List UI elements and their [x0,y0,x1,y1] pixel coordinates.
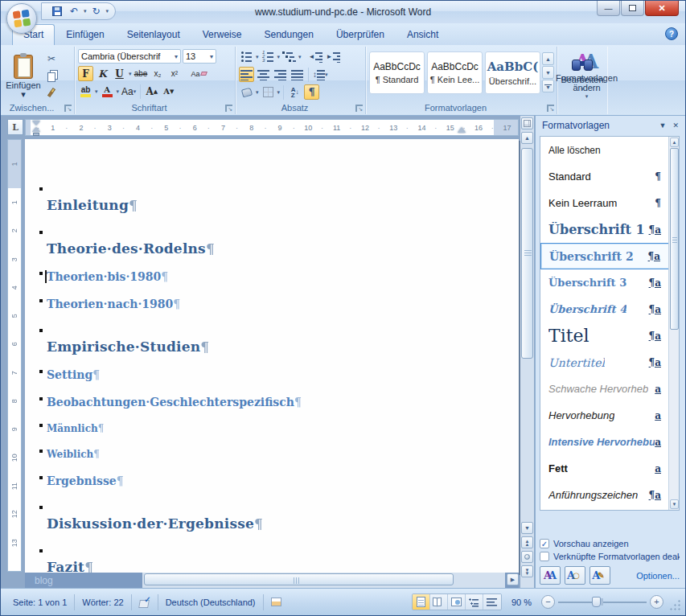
numbering-dropdown[interactable]: ▾ [277,55,281,60]
language-status[interactable]: Deutsch (Deutschland) [158,594,264,610]
undo-dropdown[interactable]: ▾ [84,9,87,14]
page-count-status[interactable]: Seite: 1 von 1 [6,594,75,610]
doc-heading-2[interactable]: Ergebnisse¶ [47,474,503,488]
style-item-kein-leerraum[interactable]: Kein Leerraum¶ [540,190,679,216]
style-item-titel[interactable]: Titel¶a [540,322,679,349]
doc-heading-2[interactable]: Theorien·nach·1980¶ [47,298,503,311]
bold-button[interactable]: F [78,66,93,81]
align-left-button[interactable] [239,67,254,82]
style-item-clear-all[interactable]: Alle löschen [540,137,679,163]
highlight-button[interactable]: ab [78,84,93,99]
numbering-button[interactable]: 1 2 3 [261,49,276,64]
office-button[interactable] [6,3,37,34]
doc-heading-3[interactable]: Männlich¶ [47,423,503,435]
line-spacing-button[interactable]: ↕ ▾ [312,67,329,82]
doc-heading-2[interactable]: Setting¶ [47,368,503,382]
restore-button[interactable] [621,1,644,16]
align-right-button[interactable] [273,67,288,82]
justify-button[interactable] [290,67,305,82]
zoom-level[interactable]: 90 % [505,598,538,607]
scroll-down-button[interactable]: ▼ [521,522,533,534]
styles-list-scrollbar[interactable]: ▲ ▼ [668,137,679,510]
superscript-button[interactable]: x² [167,66,183,81]
clear-formatting-button[interactable]: Aa [191,66,207,81]
subscript-button[interactable]: x₂ [150,66,166,81]
paragraph-dialog-launcher[interactable]: ↘ [355,105,363,112]
font-size-combo[interactable]: 13 ▾ [183,49,216,64]
close-button[interactable]: ✕ [645,1,679,16]
font-color-button[interactable]: A [100,84,115,99]
increase-indent-button[interactable]: ► [325,49,341,64]
decrease-indent-button[interactable]: ◄ [308,49,324,64]
style-item-standard[interactable]: Standard¶ [540,163,679,190]
first-line-indent-marker[interactable] [32,121,40,125]
outline-view-button[interactable] [466,594,483,610]
align-center-button[interactable] [256,67,271,82]
styles-gallery-up-button[interactable]: ▲ [542,52,554,65]
group-editing[interactable]: Bearbeiten ▾ [557,47,607,114]
doc-heading-2[interactable]: Theorien·bis·1980¶ [47,270,503,284]
shading-button[interactable] [239,84,254,100]
vertical-ruler[interactable]: 1 12345678910111213 [7,139,22,572]
vertical-scrollbar[interactable]: ▲ ▼ ▲▲ ▼▼ [520,116,534,588]
doc-heading-1[interactable]: Theorie·des·Rodelns¶ [47,240,503,257]
minimize-button[interactable]: — [597,1,620,16]
doc-heading-2[interactable]: Beobachtungen·Geschlechterspezifisch¶ [47,396,503,409]
list-scroll-down[interactable]: ▼ [670,499,679,509]
doc-heading-1[interactable]: Empirische·Studien¶ [47,339,503,355]
style-item-intensive-hervorhebung[interactable]: Intensive Hervorhebua [540,429,679,455]
zoom-slider[interactable] [558,595,647,609]
zoom-in-button[interactable]: + [650,595,663,609]
bullets-dropdown[interactable]: ▾ [256,55,259,60]
grow-font-button[interactable]: A▲ [144,84,159,99]
options-link[interactable]: Optionen... [636,571,680,581]
style-item-schwache-hervorhebung[interactable]: Schwache Hervorheba [540,376,679,402]
right-indent-marker[interactable] [458,127,466,133]
clipboard-dialog-launcher[interactable]: ↘ [64,105,72,112]
list-scroll-thumb[interactable] [670,148,679,330]
bullets-button[interactable] [239,49,254,64]
styles-gallery-more-button[interactable]: ▼ [542,80,554,92]
ruler-toggle-button[interactable] [521,117,533,129]
web-layout-view-button[interactable] [448,594,466,610]
styles-dialog-launcher[interactable]: ↘ [547,105,554,112]
document-page[interactable]: Einleitung¶ Theorie·des·Rodelns¶ Theorie… [25,139,519,573]
zoom-slider-thumb[interactable] [592,597,601,607]
shrink-font-button[interactable]: A▼ [161,84,176,99]
hanging-indent-marker[interactable] [32,127,40,132]
print-layout-view-button[interactable] [413,594,430,610]
tab-einfuegen[interactable]: Einfügen [55,24,115,45]
doc-heading-1[interactable]: Diskussion·der·Ergebnisse¶ [47,515,503,532]
pane-close-icon[interactable]: ✕ [672,121,679,129]
paste-dropdown[interactable]: ▾ [21,92,26,97]
preview-checkbox[interactable]: ✓ [540,539,549,548]
linked-styles-checkbox-row[interactable]: Verknüpfte Formatvorlagen deak [540,552,680,561]
style-item-ueberschrift-1[interactable]: Überschrift 1¶a [540,216,679,243]
scroll-right-button[interactable]: ▶ [507,573,519,585]
multilevel-dropdown[interactable]: ▾ [298,55,302,60]
list-scroll-up[interactable]: ▲ [670,138,679,147]
next-page-button[interactable]: ▼▼ [521,565,533,577]
cut-button[interactable]: ✂ [43,51,60,67]
linked-styles-checkbox[interactable] [540,552,549,561]
style-item-ueberschrift-4[interactable]: Überschrift 4¶a [540,296,679,322]
style-tile-standard[interactable]: AaBbCcDc ¶ Standard [369,51,425,94]
style-item-fett[interactable]: Fetta [540,455,679,482]
horizontal-scroll-thumb[interactable] [144,573,454,585]
doc-heading-3[interactable]: Weiblich¶ [47,449,503,461]
preview-checkbox-row[interactable]: ✓ Vorschau anzeigen [540,539,680,548]
borders-button[interactable] [261,84,276,100]
tab-sendungen[interactable]: Sendungen [253,24,324,45]
save-button[interactable] [50,4,64,18]
sort-button[interactable]: AZ ↓ [287,84,302,100]
highlight-dropdown[interactable]: ▾ [95,89,98,94]
horizontal-scroll-track[interactable] [142,573,505,588]
underline-button[interactable]: U [112,66,127,81]
italic-button[interactable]: K [95,66,110,81]
select-browse-object-button[interactable] [521,551,533,563]
tab-ansicht[interactable]: Ansicht [396,24,450,45]
font-name-combo[interactable]: Cambria (Überschrif ▾ [78,49,181,64]
show-paragraph-marks-button[interactable]: ¶ [304,84,319,100]
fullscreen-reading-view-button[interactable] [430,594,448,610]
format-painter-button[interactable] [43,84,60,101]
